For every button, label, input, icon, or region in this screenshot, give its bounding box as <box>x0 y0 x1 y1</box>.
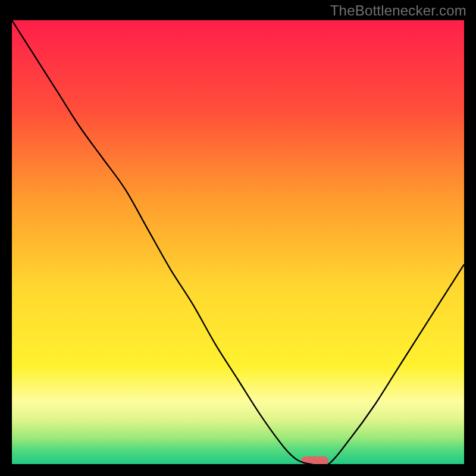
chart-container: TheBottlenecker.com <box>0 0 476 476</box>
plot-area <box>12 20 464 464</box>
gradient-background <box>12 20 464 464</box>
watermark-text: TheBottlenecker.com <box>330 2 466 19</box>
bottleneck-curve-chart <box>12 20 464 464</box>
